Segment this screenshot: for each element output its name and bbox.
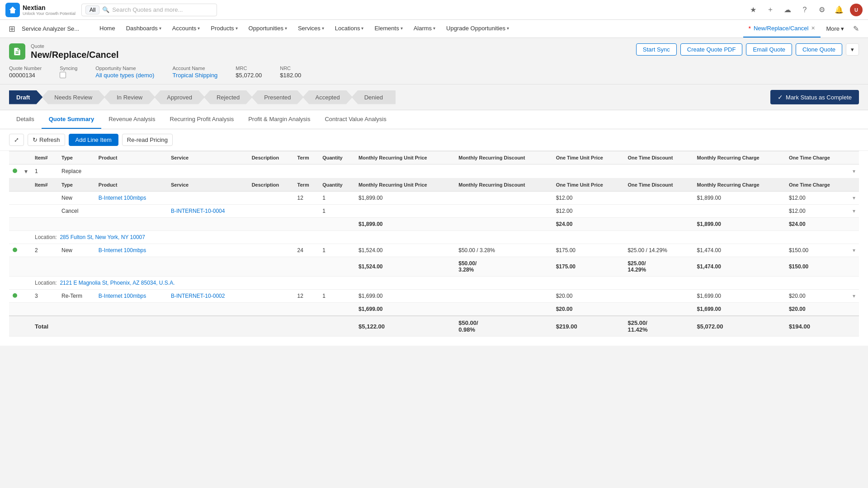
meta-opportunity: Opportunity Name All quote types (demo): [95, 66, 154, 79]
favorites-icon[interactable]: ★: [747, 4, 760, 16]
create-pdf-button[interactable]: Create Quote PDF: [680, 43, 743, 56]
th-ot-unit-price: One Time Unit Price: [552, 151, 624, 164]
tabs: Details Quote Summary Revenue Analysis R…: [0, 110, 868, 129]
tab-quote-summary[interactable]: Quote Summary: [42, 110, 101, 129]
th-description: Description: [248, 151, 294, 164]
page-title: New/Replace/Cancel: [31, 50, 631, 60]
nav-item-opportunities[interactable]: Opportunities▾: [243, 20, 292, 38]
refresh-button[interactable]: ↻ Refresh: [28, 134, 65, 146]
add-icon[interactable]: ＋: [764, 4, 777, 16]
start-sync-button[interactable]: Start Sync: [636, 43, 677, 56]
avatar[interactable]: U: [850, 4, 863, 16]
th-actions: [849, 151, 859, 164]
nav-item-alarms[interactable]: Alarms▾: [408, 20, 441, 38]
tab-profit-margin[interactable]: Profit & Margin Analysis: [241, 110, 317, 129]
close-tab-icon[interactable]: ✕: [811, 25, 815, 31]
meta-syncing: Syncing: [60, 66, 77, 79]
nav-item-upgrade[interactable]: Upgrade Opportunities▾: [441, 20, 514, 38]
sub-th-product: Product: [95, 178, 167, 192]
row-dropdown-icon-1[interactable]: ▾: [853, 168, 855, 174]
nav-edit-icon[interactable]: ✎: [849, 24, 863, 33]
type-3: Re-Term: [58, 290, 95, 303]
quote-table: Item# Type Product Service Description T…: [9, 151, 859, 337]
th-item-num: Item#: [31, 151, 58, 164]
chevron-down-icon[interactable]: ▾: [24, 168, 28, 175]
meta-account: Account Name Tropical Shipping: [172, 66, 217, 79]
location-row-1: Location: 285 Fulton St, New York, NY 10…: [9, 231, 859, 244]
status-step-denied[interactable]: Denied: [352, 90, 396, 104]
status-step-needs-review[interactable]: Needs Review: [42, 90, 105, 104]
sub-th-mr-disc: Monthly Recurring Discount: [455, 178, 552, 192]
settings-icon[interactable]: ⚙: [816, 4, 828, 16]
status-step-accepted[interactable]: Accepted: [302, 90, 352, 104]
mrc-value: $5,072.00: [236, 72, 262, 79]
nav-tabs: * New/Replace/Cancel ✕: [743, 20, 821, 38]
search-bar[interactable]: All 🔍: [81, 4, 217, 16]
syncing-checkbox[interactable]: [60, 72, 66, 78]
sub-row-dropdown-icon[interactable]: ▾: [853, 208, 855, 214]
meta-quote-number: Quote Number 00000134: [9, 66, 42, 79]
row-dropdown-icon-2[interactable]: ▾: [853, 247, 855, 253]
location-link-1[interactable]: 285 Fulton St, New York, NY 10007: [60, 234, 145, 240]
total-row: Total $5,122.00 $50.00/0.98% $219.00 $25…: [9, 316, 859, 337]
status-step-in-review[interactable]: In Review: [104, 90, 155, 104]
row-dropdown-icon-3[interactable]: ▾: [853, 293, 855, 299]
logo-title: Nextian: [23, 4, 75, 11]
refresh-icon: ↻: [33, 136, 38, 143]
sub-row-dropdown-icon[interactable]: ▾: [853, 195, 855, 201]
opportunity-label: Opportunity Name: [95, 66, 154, 71]
type-1: Replace: [58, 164, 95, 178]
search-all-select[interactable]: All: [85, 5, 99, 14]
sub-th-desc: Description: [248, 178, 294, 192]
type-2: New: [58, 244, 95, 257]
nav-tab-new-replace-cancel[interactable]: * New/Replace/Cancel ✕: [743, 20, 821, 38]
nav-item-products[interactable]: Products▾: [205, 20, 243, 38]
search-input[interactable]: [112, 6, 213, 13]
mark-complete-label: Mark Status as Complete: [786, 94, 852, 101]
status-step-approved[interactable]: Approved: [154, 90, 205, 104]
nav-item-home[interactable]: Home: [94, 20, 121, 38]
table-header-row: Item# Type Product Service Description T…: [9, 151, 859, 164]
nav-item-locations[interactable]: Locations▾: [330, 20, 369, 38]
grid-menu-icon[interactable]: ⊞: [5, 23, 18, 35]
email-quote-button[interactable]: Email Quote: [746, 43, 792, 56]
logo-sub: Unlock Your Growth Potential: [23, 11, 75, 16]
location-link-2[interactable]: 2121 E Magnolia St, Phoenix, AZ 85034, U…: [60, 280, 175, 286]
status-step-rejected[interactable]: Rejected: [204, 90, 252, 104]
bell-icon[interactable]: 🔔: [833, 4, 845, 16]
sub-th-ot-disc: One Time Discount: [624, 178, 693, 192]
tab-revenue-analysis[interactable]: Revenue Analysis: [101, 110, 162, 129]
table-row: New B-Internet 100mbps 12 1 $1,899.00 $1…: [9, 192, 859, 205]
status-dot-2: [13, 248, 17, 252]
tab-recurring-profit[interactable]: Recurring Profit Analysis: [163, 110, 241, 129]
nav-item-dashboards[interactable]: Dashboards▾: [121, 20, 167, 38]
dot-cell-2: [9, 244, 21, 257]
nav-more-menu[interactable]: More ▾: [821, 25, 849, 32]
help-icon[interactable]: ?: [798, 4, 811, 16]
clone-quote-button[interactable]: Clone Quote: [796, 43, 842, 56]
header-dropdown-button[interactable]: ▾: [846, 43, 859, 56]
re-read-pricing-button[interactable]: Re-read Pricing: [122, 134, 173, 146]
expand-cell-1[interactable]: ▾: [21, 164, 31, 178]
meta-nrc: NRC $182.00: [280, 66, 301, 79]
th-dot: [9, 151, 21, 164]
nrc-value: $182.00: [280, 72, 301, 79]
nav-item-accounts[interactable]: Accounts▾: [167, 20, 205, 38]
mark-complete-button[interactable]: ✓ Mark Status as Complete: [770, 90, 859, 104]
nav-item-elements[interactable]: Elements▾: [369, 20, 408, 38]
add-line-item-button[interactable]: Add Line Item: [69, 134, 118, 146]
status-step-presented[interactable]: Presented: [251, 90, 303, 104]
nav-item-services[interactable]: Services▾: [292, 20, 330, 38]
opportunity-link[interactable]: All quote types (demo): [95, 72, 154, 79]
account-link[interactable]: Tropical Shipping: [172, 72, 217, 79]
item-num-1: 1: [31, 164, 58, 178]
tab-contract-value[interactable]: Contract Value Analysis: [317, 110, 393, 129]
status-step-draft[interactable]: Draft: [9, 90, 42, 104]
expand-button[interactable]: ⤢: [9, 134, 24, 146]
subtotal-row-1: $1,899.00 $24.00 $1,899.00 $24.00: [9, 218, 859, 231]
th-ot-discount: One Time Discount: [624, 151, 693, 164]
top-right-icons: ★ ＋ ☁ ? ⚙ 🔔 U: [747, 4, 863, 16]
refresh-label: Refresh: [39, 136, 60, 143]
tab-details[interactable]: Details: [9, 110, 42, 129]
cloud-icon[interactable]: ☁: [781, 4, 794, 16]
